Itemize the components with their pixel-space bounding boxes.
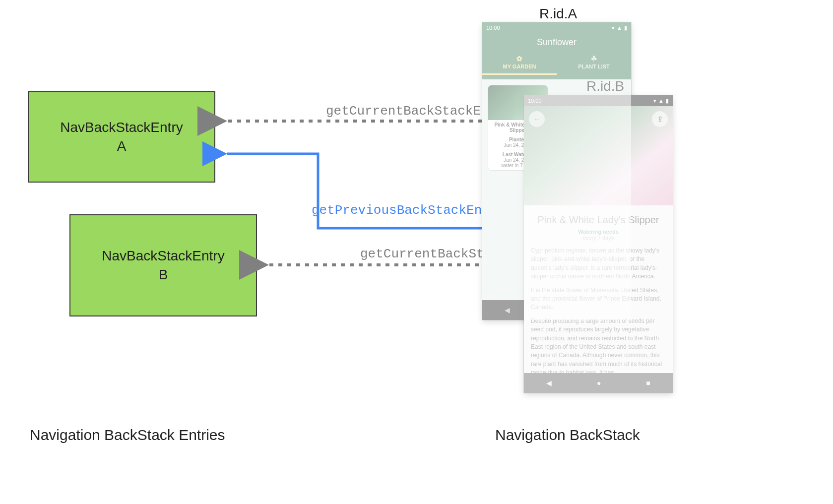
phone-label-a: R.id.A xyxy=(539,6,577,22)
nav-backstack-entry-a: NavBackStackEntry A xyxy=(28,91,215,183)
phone-screen-b: 10:00 ▾ ▲ ▮ ← ⇪ Pink & White Lady's Slip… xyxy=(524,95,673,393)
column-label-left: Navigation BackStack Entries xyxy=(30,427,225,443)
entry-a-letter: A xyxy=(117,137,127,156)
nav-backstack-entry-b: NavBackStackEntry B xyxy=(69,214,257,316)
dim-overlay-b xyxy=(524,95,673,393)
column-label-right: Navigation BackStack xyxy=(495,427,640,443)
entry-b-letter: B xyxy=(159,265,168,284)
entry-b-title: NavBackStackEntry xyxy=(102,247,224,265)
entry-a-title: NavBackStackEntry xyxy=(60,118,183,137)
